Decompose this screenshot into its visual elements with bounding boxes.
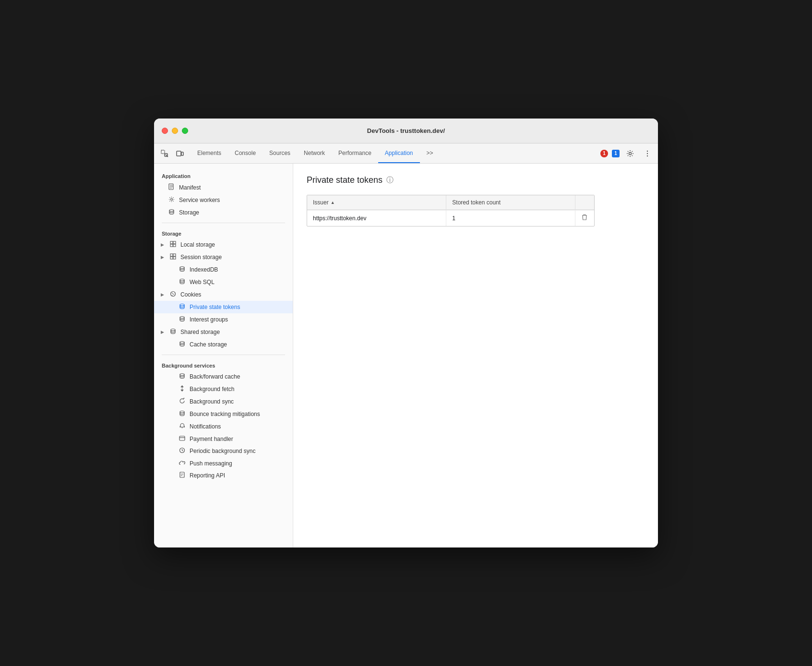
sidebar-item-cookies[interactable]: ▶ Cookies [154, 288, 293, 301]
svg-rect-0 [161, 150, 165, 154]
svg-point-30 [180, 411, 184, 413]
file-icon [178, 472, 186, 479]
db-icon [178, 278, 186, 286]
inspect-element-button[interactable] [158, 147, 171, 160]
sidebar-item-indexeddb[interactable]: IndexedDB [154, 263, 293, 276]
tab-performance[interactable]: Performance [332, 143, 378, 163]
svg-point-4 [629, 152, 632, 155]
titlebar: DevTools - trusttoken.dev/ [154, 119, 658, 143]
sidebar-label-background-fetch: Background fetch [190, 386, 234, 392]
arrow-icon: ▶ [161, 242, 164, 247]
db-icon [178, 410, 186, 418]
sidebar-item-session-storage[interactable]: ▶ Session storage [154, 251, 293, 263]
sidebar-item-manifest[interactable]: Manifest [154, 181, 293, 194]
sidebar-item-background-fetch[interactable]: Background fetch [154, 383, 293, 395]
tab-more[interactable]: >> [420, 143, 440, 163]
svg-point-23 [173, 294, 174, 295]
sidebar-item-storage-app[interactable]: Storage [154, 206, 293, 219]
sidebar-label-background-sync: Background sync [190, 398, 234, 405]
sidebar-label-private-state-tokens: Private state tokens [190, 304, 240, 310]
sidebar-item-websql[interactable]: Web SQL [154, 276, 293, 288]
sidebar-label-manifest: Manifest [179, 184, 201, 191]
svg-point-20 [180, 279, 184, 281]
sidebar-label-backforward-cache: Back/forward cache [190, 373, 240, 380]
sidebar-label-push-messaging: Push messaging [190, 460, 232, 467]
sidebar-item-background-sync[interactable]: Background sync [154, 395, 293, 408]
toolbar-right: 1 1 [600, 147, 654, 160]
svg-rect-11 [170, 241, 173, 244]
sidebar-item-private-state-tokens[interactable]: Private state tokens [154, 301, 293, 313]
cloud-icon [178, 460, 186, 467]
col-issuer[interactable]: Issuer ▲ [307, 195, 446, 210]
tab-elements[interactable]: Elements [191, 143, 228, 163]
payment-icon [178, 435, 186, 442]
svg-rect-15 [170, 254, 173, 256]
clock-icon [178, 447, 186, 455]
sidebar-item-payment-handler[interactable]: Payment handler [154, 433, 293, 445]
sidebar-item-notifications[interactable]: Notifications [154, 420, 293, 433]
file-icon [167, 183, 175, 191]
token-table: Issuer ▲ Stored token count [307, 195, 594, 226]
settings-button[interactable] [623, 147, 637, 160]
sidebar-label-local-storage: Local storage [180, 241, 215, 248]
sidebar-item-reporting-api[interactable]: Reporting API [154, 469, 293, 482]
sidebar-label-session-storage: Session storage [180, 254, 222, 261]
sidebar-item-periodic-background-sync[interactable]: Periodic background sync [154, 445, 293, 457]
svg-point-27 [171, 329, 175, 331]
devtools-window: DevTools - trusttoken.dev/ Elements Cons… [154, 119, 658, 547]
toolbar-left [158, 147, 187, 160]
sidebar-item-local-storage[interactable]: ▶ Local storage [154, 238, 293, 251]
cookie-icon [169, 291, 177, 298]
sidebar-item-cache-storage[interactable]: Cache storage [154, 338, 293, 351]
sidebar-item-push-messaging[interactable]: Push messaging [154, 457, 293, 469]
tab-sources[interactable]: Sources [263, 143, 297, 163]
svg-point-29 [180, 374, 184, 376]
sidebar-label-periodic-background-sync: Periodic background sync [190, 448, 255, 454]
traffic-lights [162, 128, 188, 134]
maximize-button[interactable] [182, 128, 188, 134]
sidebar-item-shared-storage[interactable]: ▶ Shared storage [154, 326, 293, 338]
col-actions [575, 195, 594, 210]
info-icon[interactable]: ⓘ [386, 176, 394, 185]
cell-count: 1 [446, 210, 575, 226]
svg-point-21 [170, 292, 175, 297]
minimize-button[interactable] [172, 128, 178, 134]
svg-rect-3 [181, 152, 183, 155]
cell-delete [575, 210, 594, 226]
sort-icon: ▲ [331, 200, 335, 205]
sidebar-label-shared-storage: Shared storage [180, 329, 220, 335]
sidebar-item-backforward-cache[interactable]: Back/forward cache [154, 370, 293, 383]
grid-icon [169, 253, 177, 261]
info-badge[interactable]: 1 [612, 150, 620, 157]
db-icon [169, 328, 177, 336]
db-icon [178, 303, 186, 311]
svg-rect-31 [179, 436, 185, 440]
sidebar-label-cache-storage: Cache storage [190, 341, 227, 348]
db-icon [178, 266, 186, 274]
close-button[interactable] [162, 128, 168, 134]
table-header-row: Issuer ▲ Stored token count [307, 195, 594, 210]
sidebar-item-bounce-tracking[interactable]: Bounce tracking mitigations [154, 408, 293, 420]
sidebar-section-background: Background services [154, 359, 293, 370]
delete-button[interactable] [582, 214, 587, 222]
tab-application[interactable]: Application [378, 143, 420, 163]
error-badge[interactable]: 1 [600, 150, 608, 157]
sidebar-section-storage: Storage [154, 227, 293, 238]
db-icon [178, 341, 186, 348]
tab-console[interactable]: Console [228, 143, 263, 163]
more-options-button[interactable] [641, 147, 654, 160]
svg-rect-17 [170, 257, 173, 259]
sidebar: Application Manifest Service workers Sto… [154, 164, 293, 547]
sidebar-item-interest-groups[interactable]: Interest groups [154, 313, 293, 326]
svg-rect-13 [170, 244, 173, 247]
grid-icon [169, 241, 177, 249]
sidebar-label-service-workers: Service workers [179, 197, 220, 203]
tab-network[interactable]: Network [297, 143, 332, 163]
device-toolbar-button[interactable] [173, 147, 187, 160]
svg-point-22 [172, 293, 173, 294]
svg-rect-33 [180, 472, 184, 477]
sidebar-item-service-workers[interactable]: Service workers [154, 194, 293, 206]
svg-point-28 [180, 342, 184, 344]
sidebar-section-application: Application [154, 169, 293, 181]
col-stored-token-count: Stored token count [446, 195, 575, 210]
